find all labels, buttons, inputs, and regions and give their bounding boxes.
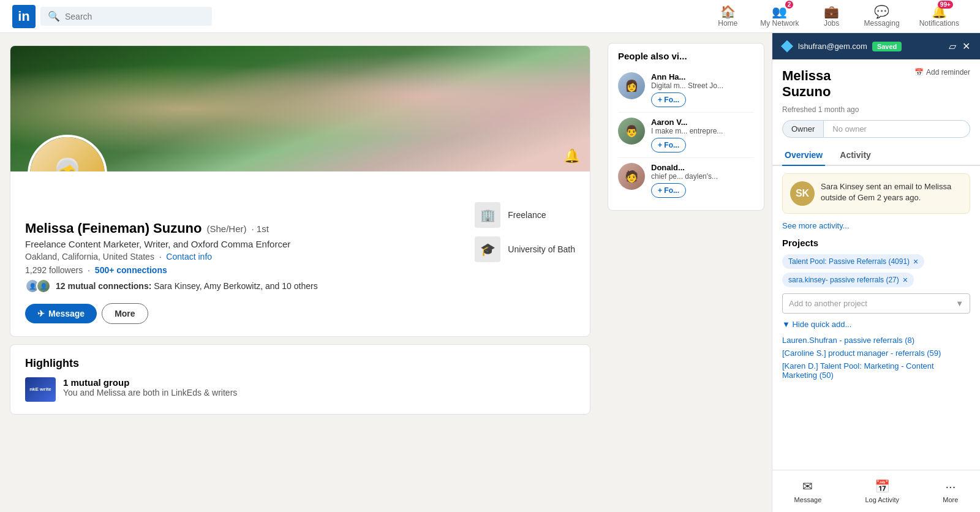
person-avatar-3: 🧑: [618, 163, 645, 190]
nav-notifications[interactable]: 🔔99+ Notifications: [911, 2, 968, 31]
person-info-3: Donald... chief pe... daylen's... + Fo..…: [651, 163, 754, 198]
nav-network[interactable]: 👥2 My Network: [752, 2, 807, 31]
profile-freelance-item: 🏢 Freelance: [475, 202, 575, 228]
university-label: University of Bath: [508, 244, 575, 254]
gem-saved-badge: Saved: [872, 42, 902, 51]
nav-home-label: Home: [718, 19, 737, 28]
gem-tab-activity[interactable]: Activity: [837, 145, 873, 166]
gem-owner-row: Owner No owner: [772, 120, 980, 145]
gem-minimize-button[interactable]: ▱: [948, 39, 957, 53]
search-bar[interactable]: 🔍: [40, 7, 212, 26]
connections-link[interactable]: 500+ connections: [95, 265, 167, 275]
profile-cover: 👩‍🦳 🔔: [10, 46, 590, 171]
notifications-badge: 99+: [938, 1, 953, 9]
project-tag-label-1: Talent Pool: Passive Referrals (4091): [788, 257, 910, 266]
profile-pronouns: (She/Her): [207, 224, 247, 234]
nav-jobs[interactable]: 💼 Jobs: [810, 2, 853, 31]
footer-log-label: Log Activity: [865, 496, 899, 503]
profile-stats: 1,292 followers · 500+ connections: [25, 265, 575, 275]
gem-footer-more-button[interactable]: ··· More: [933, 477, 968, 506]
gem-header-actions: ▱ ✕: [948, 39, 971, 53]
follow-button-2[interactable]: + Fo...: [651, 138, 686, 152]
gem-activity-avatar: SK: [790, 181, 815, 206]
person-role-3: chief pe... daylen's...: [651, 172, 754, 181]
profile-name: Melissa (Feineman) Suzuno: [25, 220, 202, 236]
footer-more-icon: ···: [946, 480, 956, 494]
navbar-nav: 🏠 Home 👥2 My Network 💼 Jobs 💬 Messaging …: [706, 2, 968, 31]
contact-info-link[interactable]: Contact info: [166, 252, 212, 262]
location-text: Oakland, California, United States: [25, 252, 154, 262]
person-name-3: Donald...: [651, 163, 754, 172]
gem-header: lshufran@gem.com Saved ▱ ✕: [772, 33, 980, 59]
gem-owner-value[interactable]: No owner: [824, 120, 970, 138]
gem-refreshed: Refreshed 1 month ago: [772, 105, 980, 120]
navbar: in 🔍 🏠 Home 👥2 My Network 💼 Jobs 💬 Messa…: [0, 0, 980, 33]
gem-footer-message-button[interactable]: ✉ Message: [785, 476, 832, 506]
calendar-icon: 📅: [914, 68, 924, 77]
gem-quick-item-3[interactable]: [Karen D.] Talent Pool: Marketing - Cont…: [782, 360, 970, 382]
main-layout: 👩‍🦳 🔔 🏢 Freelance 🎓 University of Bath: [0, 33, 980, 512]
gem-projects-section: Projects Talent Pool: Passive Referrals …: [772, 238, 980, 314]
person-role-1: Digital m... Street Jo...: [651, 81, 754, 90]
gem-panel: lshufran@gem.com Saved ▱ ✕ MelissaSuzuno…: [772, 33, 980, 512]
linkedin-logo[interactable]: in: [12, 5, 36, 28]
profile-degree: · 1st: [252, 224, 269, 234]
highlight-image: nkE write: [25, 377, 56, 402]
bell-icon[interactable]: 🔔: [564, 148, 580, 164]
search-input[interactable]: [65, 12, 205, 21]
footer-more-label: More: [943, 496, 958, 503]
nav-network-label: My Network: [760, 19, 799, 28]
highlights-card: Highlights nkE write 1 mutual group You …: [10, 344, 590, 415]
gem-see-more-link[interactable]: See more activity...: [772, 221, 980, 238]
gem-add-project[interactable]: Add to another project ▼: [782, 293, 970, 314]
remove-project-1[interactable]: ×: [913, 257, 918, 266]
message-button[interactable]: ✈ Message: [25, 304, 97, 323]
people-panel: People also vi... 👩 Ann Ha... Digital m.…: [600, 33, 772, 512]
mutual-names: Sara Kinsey, Amy Berkowitz, and 10 other…: [154, 281, 317, 291]
footer-log-icon: 📅: [875, 479, 890, 494]
mutual-count-bold: 12 mutual connections:: [56, 281, 151, 291]
gem-reminder[interactable]: 📅 Add reminder: [914, 68, 970, 77]
gem-quick-item-2[interactable]: [Caroline S.] product manager - referral…: [782, 347, 970, 360]
home-icon: 🏠: [720, 4, 736, 19]
person-avatar-1: 👩: [618, 72, 645, 99]
highlight-label: 1 mutual group: [63, 377, 237, 388]
gem-quick-add-toggle[interactable]: ▼ Hide quick add...: [782, 320, 970, 329]
nav-notifications-label: Notifications: [919, 19, 959, 28]
network-badge: 2: [785, 1, 794, 9]
gem-activity-text: Sara Kinsey sent an email to Melissa out…: [821, 181, 962, 206]
followers-count: 1,292 followers: [25, 265, 83, 275]
person-role-2: I make m... entrepre...: [651, 127, 754, 135]
people-item-3: 🧑 Donald... chief pe... daylen's... + Fo…: [618, 158, 754, 203]
gem-owner-label: Owner: [782, 120, 824, 138]
follow-button-1[interactable]: + Fo...: [651, 92, 686, 107]
gem-quick-item-1[interactable]: Lauren.Shufran - passive referrals (8): [782, 334, 970, 347]
profile-info: 🏢 Freelance 🎓 University of Bath Melissa…: [10, 171, 590, 336]
gem-project-tag-1: Talent Pool: Passive Referrals (4091) ×: [782, 254, 924, 269]
jobs-icon: 💼: [824, 4, 839, 19]
remove-project-2[interactable]: ×: [903, 275, 908, 285]
messaging-icon: 💬: [874, 4, 889, 19]
mutual-connections-row: 👤 👤 12 mutual connections: Sara Kinsey, …: [25, 279, 575, 293]
university-icon: 🎓: [475, 236, 500, 262]
freelance-label: Freelance: [508, 210, 546, 220]
gem-tab-overview[interactable]: Overview: [782, 145, 825, 166]
gem-email: lshufran@gem.com: [798, 42, 867, 51]
gem-diamond-icon: [781, 40, 793, 53]
gem-close-button[interactable]: ✕: [961, 39, 971, 53]
footer-message-icon: ✉: [802, 479, 813, 494]
nav-messaging[interactable]: 💬 Messaging: [856, 2, 908, 31]
more-button[interactable]: More: [102, 303, 148, 324]
highlights-title: Highlights: [25, 357, 575, 370]
gem-body: MelissaSuzuno 📅 Add reminder Refreshed 1…: [772, 59, 980, 470]
person-info-1: Ann Ha... Digital m... Street Jo... + Fo…: [651, 72, 754, 107]
profile-card: 👩‍🦳 🔔 🏢 Freelance 🎓 University of Bath: [10, 45, 590, 337]
follow-button-3[interactable]: + Fo...: [651, 183, 686, 198]
gem-activity-card: SK Sara Kinsey sent an email to Melissa …: [782, 173, 970, 214]
gem-footer: ✉ Message 📅 Log Activity ··· More: [772, 470, 980, 512]
people-card-title: People also vi...: [618, 51, 754, 61]
highlight-desc: You and Melissa are both in LinkEds & wr…: [63, 388, 237, 397]
nav-home[interactable]: 🏠 Home: [706, 2, 749, 31]
people-item-1: 👩 Ann Ha... Digital m... Street Jo... + …: [618, 67, 754, 113]
gem-footer-log-activity-button[interactable]: 📅 Log Activity: [855, 476, 909, 506]
